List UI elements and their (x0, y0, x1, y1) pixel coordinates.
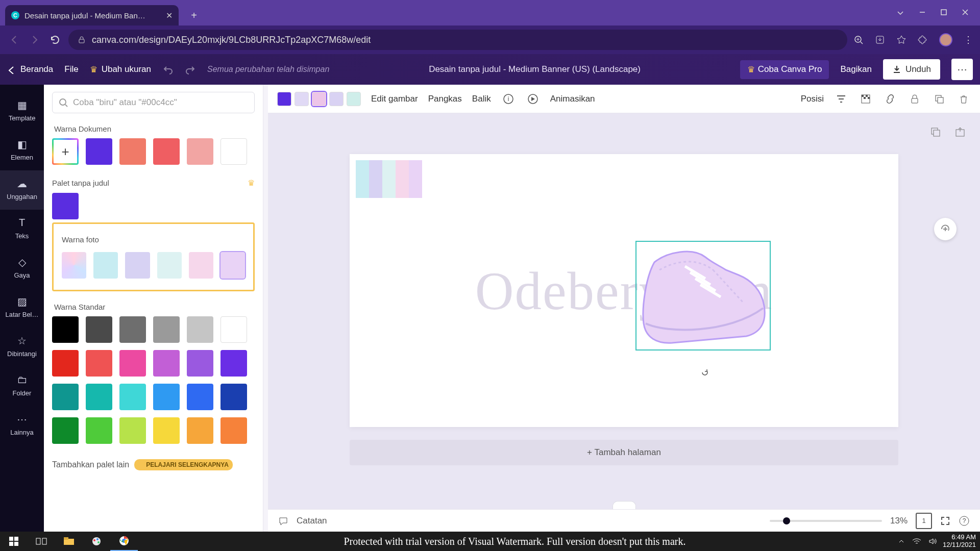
window-maximize-icon[interactable] (940, 9, 947, 17)
color-search-input[interactable]: Coba "biru" atau "#00c4cc" (52, 92, 255, 113)
rotate-handle-icon[interactable] (701, 368, 709, 377)
add-color-button[interactable]: + (52, 138, 79, 165)
try-pro-button[interactable]: ♛Coba Canva Pro (740, 60, 829, 79)
standard-color-swatch[interactable] (119, 417, 146, 444)
ctx-color-swatch[interactable] (312, 92, 326, 106)
taskbar-clock[interactable]: 6:49 AM12/11/2021 (943, 534, 980, 549)
install-app-icon[interactable] (875, 35, 885, 45)
rail-folder[interactable]: 🗀Folder (0, 367, 44, 406)
bookmark-star-icon[interactable] (896, 35, 906, 45)
standard-color-swatch[interactable] (153, 417, 180, 444)
fullscreen-icon[interactable] (940, 516, 950, 526)
window-close-icon[interactable] (962, 9, 969, 17)
wifi-icon[interactable] (912, 538, 921, 545)
standard-color-swatch[interactable] (220, 316, 247, 343)
standard-color-swatch[interactable] (86, 350, 112, 377)
lock-toolbar-icon[interactable] (908, 92, 922, 106)
standard-color-swatch[interactable] (52, 384, 79, 410)
tray-chevron-icon[interactable] (898, 538, 905, 545)
photo-color-swatch[interactable] (220, 252, 245, 279)
notes-button[interactable]: Catatan (297, 516, 327, 526)
rail-unggahan[interactable]: ☁Unggahan (0, 170, 44, 210)
standard-color-swatch[interactable] (187, 384, 213, 410)
undo-icon[interactable] (162, 64, 174, 75)
ctx-color-swatch[interactable] (347, 92, 361, 106)
standard-color-swatch[interactable] (153, 384, 180, 410)
chrome-taskbar-icon[interactable] (110, 532, 138, 551)
design-canvas[interactable]: Odebery.com (350, 154, 898, 427)
close-tab-icon[interactable]: ✕ (166, 11, 173, 20)
volume-icon[interactable] (928, 538, 937, 545)
ctx-color-swatch[interactable] (295, 92, 309, 106)
share-button[interactable]: Bagikan (840, 64, 871, 74)
nav-back-icon[interactable] (7, 33, 21, 47)
pages-tray-handle[interactable] (612, 501, 636, 509)
ctx-color-swatch[interactable] (277, 92, 291, 106)
nav-reload-icon[interactable] (48, 33, 62, 47)
new-tab-button[interactable]: + (186, 7, 202, 23)
window-minimize-icon[interactable] (919, 9, 926, 17)
standard-color-swatch[interactable] (52, 350, 79, 377)
zoom-value[interactable]: 13% (890, 516, 908, 526)
standard-color-swatch[interactable] (52, 417, 79, 444)
photo-color-swatch[interactable] (157, 252, 182, 279)
transparency-icon[interactable] (859, 92, 873, 106)
standard-color-swatch[interactable] (187, 417, 213, 444)
standard-color-swatch[interactable] (119, 384, 146, 410)
resize-menu[interactable]: ♛Ubah ukuran (90, 64, 151, 75)
zoom-icon[interactable] (853, 35, 864, 45)
canvas-area[interactable]: Odebery.com + Tambah halaman (268, 113, 980, 513)
page-count-button[interactable]: 1 (916, 513, 932, 529)
chrome-menu-icon[interactable]: ⋮ (964, 34, 973, 45)
standard-color-swatch[interactable] (119, 350, 146, 377)
ctx-color-swatch[interactable] (329, 92, 344, 106)
photo-color-swatch[interactable] (125, 252, 150, 279)
trash-icon[interactable] (957, 92, 971, 106)
position-button[interactable]: Posisi (801, 94, 824, 104)
rail-template[interactable]: ▦Template (0, 92, 44, 131)
start-button[interactable] (0, 532, 28, 551)
doc-color-swatch[interactable] (153, 138, 180, 165)
rail-dibintangi[interactable]: ☆Dibintangi (0, 328, 44, 367)
photo-color-swatch[interactable] (62, 252, 86, 279)
doc-color-swatch[interactable] (119, 138, 146, 165)
edit-image-button[interactable]: Edit gambar (371, 94, 418, 104)
export-page-icon[interactable] (954, 127, 966, 138)
link-icon[interactable] (883, 92, 897, 106)
doc-color-swatch[interactable] (187, 138, 213, 165)
filter-icon[interactable] (834, 92, 848, 106)
file-menu[interactable]: File (64, 64, 78, 74)
duplicate-page-icon[interactable] (930, 127, 941, 138)
doc-color-swatch[interactable] (220, 138, 247, 165)
photo-color-swatch[interactable] (93, 252, 118, 279)
palette-color-swatch[interactable] (52, 193, 79, 219)
selected-shoe-element[interactable] (635, 241, 771, 350)
standard-color-swatch[interactable] (153, 316, 180, 343)
help-icon[interactable]: ? (959, 515, 970, 527)
animate-button[interactable]: Animasikan (550, 94, 595, 104)
rail-teks[interactable]: TTeks (0, 210, 44, 249)
duplicate-icon[interactable] (932, 92, 946, 106)
rail-latar bel…[interactable]: ▨Latar Bel… (0, 288, 44, 328)
standard-color-swatch[interactable] (220, 417, 247, 444)
standard-color-swatch[interactable] (187, 316, 213, 343)
more-menu-icon[interactable]: ⋯ (951, 59, 973, 80)
standard-color-swatch[interactable] (119, 316, 146, 343)
add-palette-link[interactable]: Tambahkan palet lain (52, 460, 129, 469)
nav-forward-icon[interactable] (28, 33, 42, 47)
flip-button[interactable]: Balik (472, 94, 491, 104)
canvas-palette-element[interactable] (356, 160, 422, 198)
standard-color-swatch[interactable] (187, 350, 213, 377)
doc-color-swatch[interactable] (86, 138, 112, 165)
crop-button[interactable]: Pangkas (428, 94, 462, 104)
standard-color-swatch[interactable] (86, 384, 112, 410)
standard-color-swatch[interactable] (153, 350, 180, 377)
file-explorer-icon[interactable] (55, 532, 83, 551)
task-view-icon[interactable] (28, 532, 55, 551)
extensions-icon[interactable] (918, 35, 928, 45)
zoom-slider[interactable] (770, 520, 882, 522)
address-field[interactable]: canva.com/design/DAEyL20mxjk/9LCb8URRJcT… (68, 30, 847, 50)
standard-color-swatch[interactable] (86, 417, 112, 444)
download-button[interactable]: Unduh (883, 59, 940, 80)
info-icon[interactable]: i (501, 92, 516, 106)
